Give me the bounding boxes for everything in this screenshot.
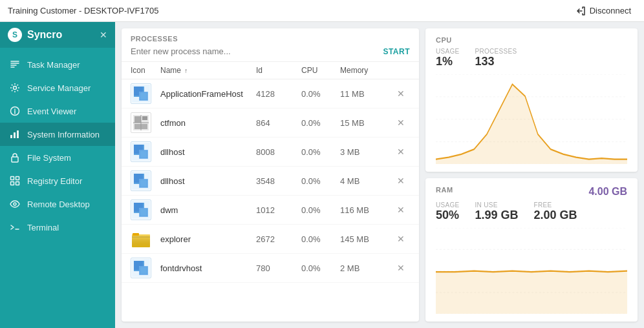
ram-stats: USAGE 50% IN USE 1.99 GB FREE 2.00 GB [436, 201, 627, 223]
col-name: Name ↑ [160, 66, 256, 75]
ram-title-row: RAM 4.00 GB [436, 186, 627, 198]
connection-title: Training Customer - DESKTOP-IVF1705 [0, 6, 158, 15]
cpu-usage-stat: USAGE 1% [436, 48, 460, 69]
process-id: 8008 [256, 147, 301, 157]
sidebar-label: System Information [27, 130, 100, 139]
ram-panel-title: RAM [436, 186, 453, 194]
svg-rect-8 [11, 182, 14, 185]
sidebar-close-button[interactable]: ✕ [100, 30, 107, 40]
app-name: Syncro [27, 29, 62, 41]
circle-info-icon [9, 105, 21, 117]
cpu-stats: USAGE 1% PROCESSES 133 [436, 48, 627, 69]
app-logo: S [8, 28, 22, 42]
kill-process-button[interactable]: ✕ [392, 176, 410, 186]
process-name: dllhost [160, 147, 256, 157]
kill-process-button[interactable]: ✕ [392, 88, 410, 99]
sidebar-label: Service Manager [27, 83, 91, 93]
processes-search-row: START [122, 46, 419, 62]
process-id: 3548 [256, 176, 301, 186]
ram-inuse-stat: IN USE 1.99 GB [475, 201, 519, 223]
process-cpu: 0.0% [301, 263, 340, 273]
sort-arrow: ↑ [184, 67, 188, 74]
process-name: fontdrvhost [160, 263, 256, 273]
process-memory: 15 MB [340, 118, 392, 128]
process-memory: 11 MB [340, 89, 392, 99]
table-row: dllhost35480.0%4 MB✕ [122, 167, 419, 196]
svg-rect-39 [132, 236, 150, 238]
process-id: 1012 [256, 205, 301, 215]
svg-rect-40 [133, 233, 139, 236]
sidebar-item-event-viewer[interactable]: Event Viewer [0, 99, 115, 123]
kill-process-button[interactable]: ✕ [392, 118, 410, 128]
process-id: 2672 [256, 234, 301, 244]
process-cpu: 0.0% [301, 234, 340, 244]
sidebar-label: Task Manager [27, 60, 80, 70]
svg-rect-15 [140, 92, 147, 100]
table-row: ctfmon8640.0%15 MB✕ [122, 108, 419, 138]
svg-rect-26 [140, 150, 147, 158]
process-memory: 3 MB [340, 147, 392, 157]
right-panels: CPU USAGE 1% PROCESSES 133 [425, 28, 638, 322]
table-row: dllhost80080.0%3 MB✕ [122, 138, 419, 167]
process-icon [131, 229, 151, 249]
col-icon: Icon [131, 66, 160, 75]
kill-process-button[interactable]: ✕ [392, 205, 410, 215]
lock-icon [9, 152, 21, 163]
disconnect-icon [575, 6, 586, 16]
sidebar-item-registry-editor[interactable]: Registry Editor [0, 169, 115, 192]
kill-process-button[interactable]: ✕ [392, 234, 410, 244]
cpu-processes-stat: PROCESSES 133 [475, 48, 517, 69]
process-icon [131, 112, 151, 133]
top-bar: Training Customer - DESKTOP-IVF1705 Disc… [0, 0, 644, 22]
checklist-icon [9, 59, 21, 70]
grid-icon [9, 175, 21, 187]
process-cpu: 0.0% [301, 205, 340, 215]
process-icon [131, 83, 151, 104]
svg-rect-5 [12, 157, 18, 162]
process-icon [131, 200, 151, 220]
process-icon [131, 170, 151, 191]
sidebar-item-remote-desktop[interactable]: Remote Desktop [0, 192, 115, 216]
cpu-chart [436, 74, 627, 164]
ram-free-stat: FREE 2.00 GB [534, 201, 577, 223]
sidebar-label: Terminal [27, 223, 59, 232]
process-cpu: 0.0% [301, 176, 340, 186]
svg-rect-18 [142, 116, 147, 120]
cpu-panel-title: CPU [436, 36, 627, 44]
sidebar-item-system-information[interactable]: System Information [0, 123, 115, 146]
process-search-input[interactable] [131, 46, 378, 56]
col-id: Id [256, 66, 301, 75]
svg-rect-2 [10, 135, 12, 138]
process-id: 780 [256, 263, 301, 273]
eye-icon [9, 198, 21, 210]
disconnect-button[interactable]: Disconnect [570, 3, 636, 19]
kill-process-button[interactable]: ✕ [392, 147, 410, 157]
sidebar-label: Remote Desktop [27, 200, 90, 209]
col-action [392, 66, 410, 75]
table-row: ApplicationFrameHost41280.0%11 MB✕ [122, 79, 419, 108]
process-memory: 116 MB [340, 205, 392, 215]
processes-table-header: Icon Name ↑ Id CPU Memory [122, 62, 419, 79]
svg-rect-31 [140, 179, 147, 187]
col-memory: Memory [340, 66, 392, 75]
process-name: explorer [160, 234, 256, 244]
sidebar-item-service-manager[interactable]: Service Manager [0, 76, 115, 99]
sidebar-item-terminal[interactable]: Terminal [0, 216, 115, 239]
process-id: 864 [256, 118, 301, 128]
svg-rect-9 [16, 182, 19, 185]
cpu-panel: CPU USAGE 1% PROCESSES 133 [425, 28, 638, 172]
process-memory: 2 MB [340, 263, 392, 273]
start-process-button[interactable]: START [383, 47, 410, 56]
svg-point-0 [14, 87, 17, 90]
content-area: PROCESSES START Icon Name ↑ Id CPU Memor… [115, 22, 644, 328]
sidebar-item-file-system[interactable]: File System [0, 146, 115, 169]
sidebar-header: S Syncro ✕ [0, 22, 115, 48]
processes-table-body: ApplicationFrameHost41280.0%11 MB✕ctfmon… [122, 79, 419, 322]
process-name: dwm [160, 205, 256, 215]
kill-process-button[interactable]: ✕ [392, 263, 410, 273]
ram-chart [436, 228, 627, 314]
main-layout: S Syncro ✕ Task Manager Service [0, 22, 644, 328]
ram-usage-stat: USAGE 50% [436, 201, 460, 223]
sidebar-label: Registry Editor [27, 176, 82, 186]
sidebar-item-task-manager[interactable]: Task Manager [0, 53, 115, 76]
